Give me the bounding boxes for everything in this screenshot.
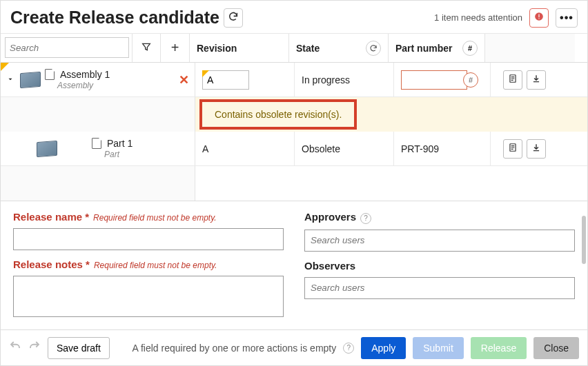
- dots-icon: •••: [560, 12, 574, 24]
- more-button[interactable]: •••: [556, 8, 578, 28]
- state-refresh-icon[interactable]: [366, 41, 381, 56]
- column-actions: [485, 34, 575, 62]
- release-notes-label: Release notes *: [13, 258, 90, 270]
- release-notes-error: Required field must not be empty.: [94, 261, 217, 270]
- attention-text: 1 item needs attention: [434, 12, 522, 23]
- partno-gen-icon[interactable]: #: [462, 41, 478, 56]
- download-icon: [531, 143, 541, 154]
- corner-indicator-icon: [202, 70, 209, 77]
- observers-label: Observers: [304, 260, 355, 272]
- partnumber-input[interactable]: [401, 70, 467, 90]
- svg-rect-2: [538, 18, 539, 19]
- release-name-label: Release name *: [13, 211, 89, 223]
- observers-input[interactable]: [304, 277, 575, 299]
- page-title: Create Release candidate: [10, 8, 219, 28]
- warning-icon: [534, 12, 544, 23]
- column-partno-label: Part number: [395, 43, 452, 54]
- form-area: Release name * Required field must not b…: [1, 201, 587, 324]
- item-type: Part: [104, 150, 133, 159]
- table-row: Part 1 Part A Obsolete PRT-909: [1, 132, 587, 166]
- doc-icon: [508, 74, 518, 85]
- scrollbar[interactable]: [582, 216, 586, 264]
- refresh-icon: [228, 11, 239, 24]
- plus-icon: +: [171, 40, 179, 56]
- expand-toggle[interactable]: [3, 76, 17, 84]
- row-download-button[interactable]: [527, 70, 546, 90]
- doc-icon: [508, 143, 518, 154]
- remove-button[interactable]: ✕: [179, 72, 189, 88]
- attention-button[interactable]: [529, 8, 549, 28]
- close-button[interactable]: Close: [533, 337, 579, 359]
- state-cell: In progress: [295, 63, 394, 96]
- partnumber-cell: PRT-909: [394, 132, 491, 165]
- row-doc-button[interactable]: [503, 70, 522, 90]
- column-state-label: State: [296, 43, 320, 54]
- part-icon: [37, 140, 57, 156]
- save-draft-button[interactable]: Save draft: [48, 337, 110, 359]
- approvers-input[interactable]: [304, 230, 575, 252]
- item-name: Part 1: [107, 138, 133, 150]
- approvers-label: Approvers: [304, 211, 356, 223]
- gen-partno-button[interactable]: #: [463, 72, 478, 88]
- file-icon: [92, 138, 101, 149]
- file-icon: [45, 69, 55, 80]
- empty-row: [1, 166, 587, 201]
- revision-input[interactable]: [202, 70, 249, 90]
- release-name-input[interactable]: [13, 228, 284, 250]
- redo-button[interactable]: [28, 340, 41, 356]
- column-revision-label: Revision: [197, 43, 237, 54]
- column-revision[interactable]: Revision: [190, 34, 289, 62]
- revision-cell: A: [195, 132, 295, 165]
- apply-button[interactable]: Apply: [361, 337, 406, 359]
- search-input[interactable]: [5, 37, 129, 58]
- undo-button[interactable]: [9, 340, 21, 356]
- warning-banner-row: Contains obsolete revision(s).: [1, 97, 587, 132]
- state-cell: Obsolete: [295, 132, 394, 165]
- add-button[interactable]: +: [161, 34, 190, 62]
- refresh-button[interactable]: [224, 8, 243, 28]
- svg-rect-1: [538, 14, 539, 18]
- row-download-button[interactable]: [527, 139, 546, 159]
- filter-icon: [141, 41, 152, 54]
- help-icon[interactable]: ?: [360, 213, 371, 224]
- filter-button[interactable]: [132, 34, 161, 62]
- release-notes-input[interactable]: [13, 276, 284, 317]
- release-button[interactable]: Release: [471, 337, 527, 359]
- release-name-error: Required field must not be empty.: [93, 213, 217, 223]
- corner-indicator-icon: [1, 63, 9, 71]
- assembly-icon: [20, 71, 41, 88]
- help-icon[interactable]: ?: [343, 343, 354, 354]
- warning-message: Contains obsolete revision(s).: [199, 99, 357, 130]
- column-state[interactable]: State: [289, 34, 389, 62]
- item-type: Assembly: [57, 81, 110, 90]
- submit-button[interactable]: Submit: [413, 337, 464, 359]
- item-name: Assembly 1: [60, 69, 110, 81]
- footer-message: A field required by one or more actions …: [133, 343, 337, 354]
- download-icon: [531, 74, 541, 85]
- column-partno[interactable]: Part number #: [389, 34, 485, 62]
- row-doc-button[interactable]: [503, 139, 522, 159]
- table-row: Assembly 1 Assembly ✕ In progress #: [1, 63, 587, 97]
